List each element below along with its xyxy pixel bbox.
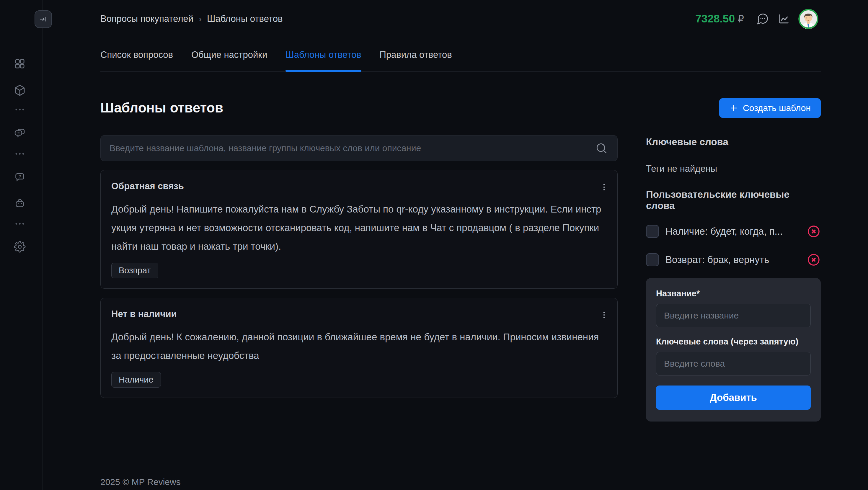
search-icon[interactable] <box>595 142 608 155</box>
plus-icon <box>729 103 738 113</box>
ellipsis-icon[interactable] <box>13 103 26 116</box>
tab-general-settings[interactable]: Общие настройки <box>191 50 267 61</box>
breadcrumb-separator: › <box>199 14 202 24</box>
search-input[interactable] <box>101 135 595 161</box>
add-keyword-form: Название* Ключевые слова (через запятую)… <box>646 278 821 422</box>
tab-answer-rules[interactable]: Правила ответов <box>380 50 452 61</box>
ellipsis-icon[interactable] <box>13 147 26 160</box>
name-field[interactable] <box>656 304 811 327</box>
package-icon[interactable] <box>13 84 26 97</box>
breadcrumb-item-current: Шаблоны ответов <box>207 13 283 24</box>
left-sidebar: ? <box>0 0 43 490</box>
chats-icon[interactable] <box>13 127 26 140</box>
ruble-sign: ₽ <box>738 13 744 25</box>
tab-answer-templates[interactable]: Шаблоны ответов <box>285 50 361 61</box>
create-template-button[interactable]: Создать шаблон <box>719 98 821 118</box>
svg-text:?: ? <box>19 174 21 179</box>
kebab-menu-icon[interactable] <box>597 306 611 324</box>
keywords-panel: Ключевые слова Теги не найдены Пользоват… <box>646 136 821 422</box>
template-card: Обратная связь Добрый день! Напишите пож… <box>100 170 618 289</box>
gear-icon[interactable] <box>13 240 26 253</box>
bag-icon[interactable] <box>13 196 26 210</box>
keywords-empty-text: Теги не найдены <box>646 163 821 174</box>
template-tag: Возврат <box>111 263 158 278</box>
balance: 7328.50 ₽ <box>695 13 744 25</box>
template-card: Нет в наличии Добрый день! К сожалению, … <box>100 298 618 398</box>
template-body: Добрый день! Напишите пожалуйста нам в С… <box>111 200 601 256</box>
remove-keyword-icon[interactable] <box>807 253 821 267</box>
analytics-icon[interactable] <box>777 12 790 26</box>
keywords-title: Ключевые слова <box>646 136 821 148</box>
header-actions: 7328.50 ₽ <box>695 9 818 29</box>
page-title: Шаблоны ответов <box>100 100 223 116</box>
avatar[interactable] <box>798 9 818 29</box>
keyword-label: Возврат: брак, вернуть <box>665 254 807 265</box>
remove-keyword-icon[interactable] <box>807 224 821 239</box>
collapse-sidebar-button[interactable] <box>35 10 52 28</box>
kebab-menu-icon[interactable] <box>597 178 611 196</box>
app-window: ? Вопросы покупателей › Шаблоны ответов … <box>0 0 868 490</box>
template-search <box>100 135 618 161</box>
question-bubble-icon[interactable]: ? <box>13 171 26 184</box>
keyword-label: Наличие: будет, когда, п... <box>665 226 807 237</box>
keywords-field[interactable] <box>656 352 811 375</box>
create-template-label: Создать шаблон <box>743 103 811 113</box>
name-label: Название* <box>656 289 811 299</box>
template-title: Нет в наличии <box>111 308 607 320</box>
keyword-checkbox[interactable] <box>646 253 659 266</box>
balance-amount: 7328.50 <box>695 13 735 25</box>
tab-questions-list[interactable]: Список вопросов <box>100 50 173 61</box>
collapse-sidebar-icon <box>39 15 48 24</box>
keyword-row: Возврат: брак, вернуть <box>646 252 821 268</box>
footer-copyright: 2025 © MP Reviews <box>100 477 181 487</box>
breadcrumb-item[interactable]: Вопросы покупателей <box>100 13 193 24</box>
template-tag: Наличие <box>111 372 161 388</box>
add-keyword-button[interactable]: Добавить <box>656 386 811 410</box>
chat-icon[interactable] <box>756 12 769 26</box>
breadcrumb: Вопросы покупателей › Шаблоны ответов <box>100 13 283 24</box>
keyword-checkbox[interactable] <box>646 225 659 238</box>
template-body: Добрый день! К сожалению, данной позиции… <box>111 328 601 365</box>
dashboard-icon[interactable] <box>13 57 26 70</box>
custom-keywords-title: Пользовательские ключевые слова <box>646 189 821 211</box>
keyword-row: Наличие: будет, когда, п... <box>646 224 821 239</box>
keywords-label: Ключевые слова (через запятую) <box>656 337 811 346</box>
template-title: Обратная связь <box>111 180 607 192</box>
ellipsis-icon[interactable] <box>13 217 26 230</box>
tab-bar: Список вопросов Общие настройки Шаблоны … <box>100 50 821 72</box>
template-list: Обратная связь Добрый день! Напишите пож… <box>100 170 618 398</box>
